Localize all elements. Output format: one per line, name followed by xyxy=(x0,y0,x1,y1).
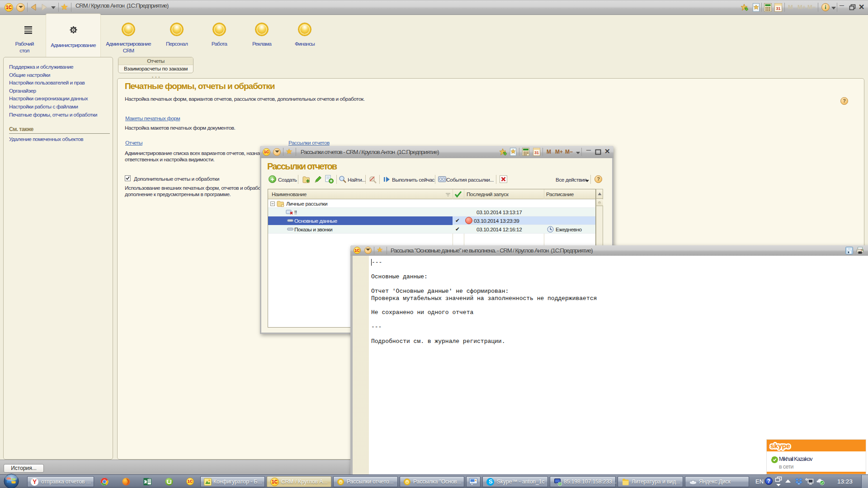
svg-text:X: X xyxy=(144,480,146,484)
svg-text:31: 31 xyxy=(776,6,780,11)
svg-text:31: 31 xyxy=(534,150,539,155)
svg-text:skype: skype xyxy=(770,442,790,450)
